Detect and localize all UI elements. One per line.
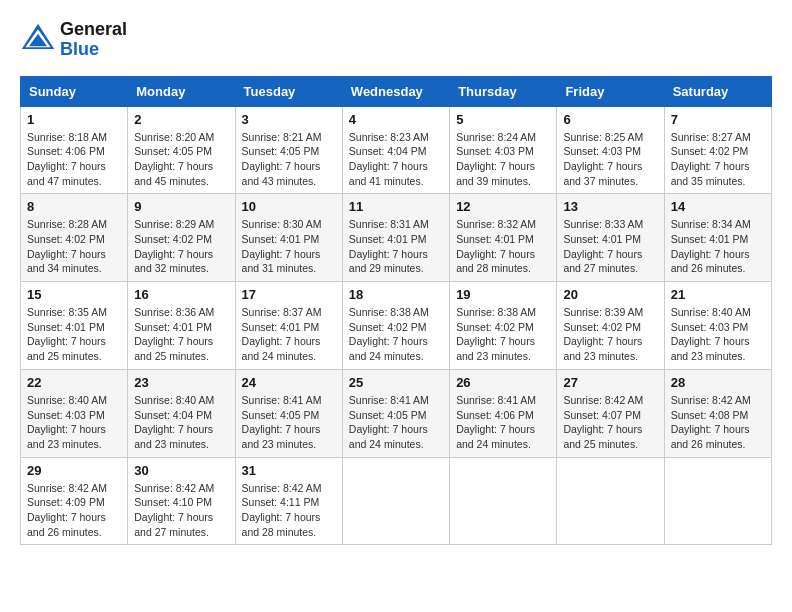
day-number: 24 bbox=[242, 375, 336, 390]
weekday-thursday: Thursday bbox=[450, 76, 557, 106]
weekday-sunday: Sunday bbox=[21, 76, 128, 106]
day-cell: 24 Sunrise: 8:41 AMSunset: 4:05 PMDaylig… bbox=[235, 369, 342, 457]
day-info: Sunrise: 8:31 AMSunset: 4:01 PMDaylight:… bbox=[349, 217, 443, 276]
day-number: 18 bbox=[349, 287, 443, 302]
day-cell bbox=[557, 457, 664, 545]
day-cell: 16 Sunrise: 8:36 AMSunset: 4:01 PMDaylig… bbox=[128, 282, 235, 370]
day-number: 15 bbox=[27, 287, 121, 302]
day-info: Sunrise: 8:40 AMSunset: 4:03 PMDaylight:… bbox=[27, 393, 121, 452]
calendar-body: 1 Sunrise: 8:18 AMSunset: 4:06 PMDayligh… bbox=[21, 106, 772, 545]
day-info: Sunrise: 8:18 AMSunset: 4:06 PMDaylight:… bbox=[27, 130, 121, 189]
day-cell: 18 Sunrise: 8:38 AMSunset: 4:02 PMDaylig… bbox=[342, 282, 449, 370]
day-number: 6 bbox=[563, 112, 657, 127]
day-info: Sunrise: 8:34 AMSunset: 4:01 PMDaylight:… bbox=[671, 217, 765, 276]
day-number: 12 bbox=[456, 199, 550, 214]
day-info: Sunrise: 8:40 AMSunset: 4:04 PMDaylight:… bbox=[134, 393, 228, 452]
day-cell: 22 Sunrise: 8:40 AMSunset: 4:03 PMDaylig… bbox=[21, 369, 128, 457]
day-number: 27 bbox=[563, 375, 657, 390]
day-cell bbox=[450, 457, 557, 545]
day-number: 16 bbox=[134, 287, 228, 302]
day-info: Sunrise: 8:36 AMSunset: 4:01 PMDaylight:… bbox=[134, 305, 228, 364]
day-cell: 7 Sunrise: 8:27 AMSunset: 4:02 PMDayligh… bbox=[664, 106, 771, 194]
day-number: 31 bbox=[242, 463, 336, 478]
day-cell: 17 Sunrise: 8:37 AMSunset: 4:01 PMDaylig… bbox=[235, 282, 342, 370]
day-number: 13 bbox=[563, 199, 657, 214]
day-number: 11 bbox=[349, 199, 443, 214]
day-cell: 10 Sunrise: 8:30 AMSunset: 4:01 PMDaylig… bbox=[235, 194, 342, 282]
day-info: Sunrise: 8:38 AMSunset: 4:02 PMDaylight:… bbox=[349, 305, 443, 364]
day-cell: 1 Sunrise: 8:18 AMSunset: 4:06 PMDayligh… bbox=[21, 106, 128, 194]
day-number: 1 bbox=[27, 112, 121, 127]
day-cell: 30 Sunrise: 8:42 AMSunset: 4:10 PMDaylig… bbox=[128, 457, 235, 545]
weekday-saturday: Saturday bbox=[664, 76, 771, 106]
day-number: 29 bbox=[27, 463, 121, 478]
calendar-table: SundayMondayTuesdayWednesdayThursdayFrid… bbox=[20, 76, 772, 546]
day-info: Sunrise: 8:29 AMSunset: 4:02 PMDaylight:… bbox=[134, 217, 228, 276]
day-cell: 29 Sunrise: 8:42 AMSunset: 4:09 PMDaylig… bbox=[21, 457, 128, 545]
weekday-tuesday: Tuesday bbox=[235, 76, 342, 106]
day-number: 9 bbox=[134, 199, 228, 214]
day-number: 23 bbox=[134, 375, 228, 390]
day-info: Sunrise: 8:33 AMSunset: 4:01 PMDaylight:… bbox=[563, 217, 657, 276]
weekday-header-row: SundayMondayTuesdayWednesdayThursdayFrid… bbox=[21, 76, 772, 106]
weekday-friday: Friday bbox=[557, 76, 664, 106]
week-row-2: 8 Sunrise: 8:28 AMSunset: 4:02 PMDayligh… bbox=[21, 194, 772, 282]
day-number: 17 bbox=[242, 287, 336, 302]
day-cell: 20 Sunrise: 8:39 AMSunset: 4:02 PMDaylig… bbox=[557, 282, 664, 370]
day-info: Sunrise: 8:38 AMSunset: 4:02 PMDaylight:… bbox=[456, 305, 550, 364]
logo: General Blue bbox=[20, 20, 127, 60]
day-cell: 28 Sunrise: 8:42 AMSunset: 4:08 PMDaylig… bbox=[664, 369, 771, 457]
day-info: Sunrise: 8:30 AMSunset: 4:01 PMDaylight:… bbox=[242, 217, 336, 276]
day-cell: 12 Sunrise: 8:32 AMSunset: 4:01 PMDaylig… bbox=[450, 194, 557, 282]
day-cell: 11 Sunrise: 8:31 AMSunset: 4:01 PMDaylig… bbox=[342, 194, 449, 282]
day-info: Sunrise: 8:24 AMSunset: 4:03 PMDaylight:… bbox=[456, 130, 550, 189]
day-cell: 23 Sunrise: 8:40 AMSunset: 4:04 PMDaylig… bbox=[128, 369, 235, 457]
day-cell: 14 Sunrise: 8:34 AMSunset: 4:01 PMDaylig… bbox=[664, 194, 771, 282]
day-cell: 5 Sunrise: 8:24 AMSunset: 4:03 PMDayligh… bbox=[450, 106, 557, 194]
day-info: Sunrise: 8:39 AMSunset: 4:02 PMDaylight:… bbox=[563, 305, 657, 364]
day-cell: 21 Sunrise: 8:40 AMSunset: 4:03 PMDaylig… bbox=[664, 282, 771, 370]
day-number: 4 bbox=[349, 112, 443, 127]
day-info: Sunrise: 8:27 AMSunset: 4:02 PMDaylight:… bbox=[671, 130, 765, 189]
day-number: 10 bbox=[242, 199, 336, 214]
day-info: Sunrise: 8:41 AMSunset: 4:06 PMDaylight:… bbox=[456, 393, 550, 452]
day-cell bbox=[342, 457, 449, 545]
day-number: 3 bbox=[242, 112, 336, 127]
week-row-3: 15 Sunrise: 8:35 AMSunset: 4:01 PMDaylig… bbox=[21, 282, 772, 370]
week-row-5: 29 Sunrise: 8:42 AMSunset: 4:09 PMDaylig… bbox=[21, 457, 772, 545]
day-number: 26 bbox=[456, 375, 550, 390]
day-cell: 9 Sunrise: 8:29 AMSunset: 4:02 PMDayligh… bbox=[128, 194, 235, 282]
day-cell bbox=[664, 457, 771, 545]
day-info: Sunrise: 8:32 AMSunset: 4:01 PMDaylight:… bbox=[456, 217, 550, 276]
day-info: Sunrise: 8:42 AMSunset: 4:09 PMDaylight:… bbox=[27, 481, 121, 540]
weekday-monday: Monday bbox=[128, 76, 235, 106]
day-number: 5 bbox=[456, 112, 550, 127]
day-info: Sunrise: 8:20 AMSunset: 4:05 PMDaylight:… bbox=[134, 130, 228, 189]
day-number: 22 bbox=[27, 375, 121, 390]
day-number: 7 bbox=[671, 112, 765, 127]
day-info: Sunrise: 8:42 AMSunset: 4:11 PMDaylight:… bbox=[242, 481, 336, 540]
week-row-1: 1 Sunrise: 8:18 AMSunset: 4:06 PMDayligh… bbox=[21, 106, 772, 194]
day-info: Sunrise: 8:37 AMSunset: 4:01 PMDaylight:… bbox=[242, 305, 336, 364]
day-info: Sunrise: 8:40 AMSunset: 4:03 PMDaylight:… bbox=[671, 305, 765, 364]
day-cell: 3 Sunrise: 8:21 AMSunset: 4:05 PMDayligh… bbox=[235, 106, 342, 194]
day-info: Sunrise: 8:42 AMSunset: 4:08 PMDaylight:… bbox=[671, 393, 765, 452]
day-cell: 13 Sunrise: 8:33 AMSunset: 4:01 PMDaylig… bbox=[557, 194, 664, 282]
day-info: Sunrise: 8:35 AMSunset: 4:01 PMDaylight:… bbox=[27, 305, 121, 364]
day-number: 21 bbox=[671, 287, 765, 302]
day-number: 2 bbox=[134, 112, 228, 127]
day-info: Sunrise: 8:42 AMSunset: 4:10 PMDaylight:… bbox=[134, 481, 228, 540]
day-cell: 27 Sunrise: 8:42 AMSunset: 4:07 PMDaylig… bbox=[557, 369, 664, 457]
day-cell: 31 Sunrise: 8:42 AMSunset: 4:11 PMDaylig… bbox=[235, 457, 342, 545]
week-row-4: 22 Sunrise: 8:40 AMSunset: 4:03 PMDaylig… bbox=[21, 369, 772, 457]
day-number: 28 bbox=[671, 375, 765, 390]
day-cell: 25 Sunrise: 8:41 AMSunset: 4:05 PMDaylig… bbox=[342, 369, 449, 457]
day-info: Sunrise: 8:41 AMSunset: 4:05 PMDaylight:… bbox=[349, 393, 443, 452]
day-number: 20 bbox=[563, 287, 657, 302]
day-cell: 26 Sunrise: 8:41 AMSunset: 4:06 PMDaylig… bbox=[450, 369, 557, 457]
day-number: 8 bbox=[27, 199, 121, 214]
day-info: Sunrise: 8:41 AMSunset: 4:05 PMDaylight:… bbox=[242, 393, 336, 452]
day-number: 30 bbox=[134, 463, 228, 478]
logo-icon bbox=[20, 22, 56, 58]
day-cell: 8 Sunrise: 8:28 AMSunset: 4:02 PMDayligh… bbox=[21, 194, 128, 282]
